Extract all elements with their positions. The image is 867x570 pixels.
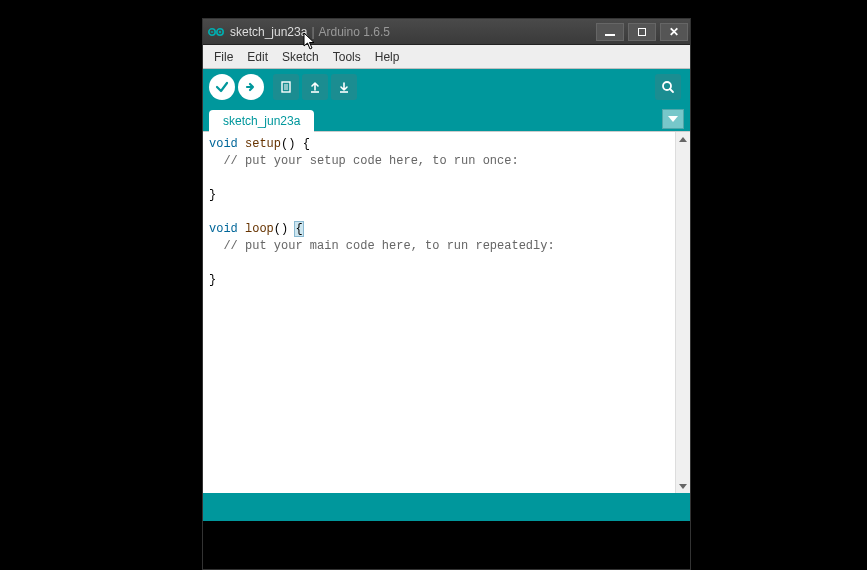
save-sketch-button[interactable] xyxy=(331,74,357,100)
verify-button[interactable] xyxy=(209,74,235,100)
keyword: void xyxy=(209,222,238,236)
vertical-scrollbar[interactable] xyxy=(675,132,690,493)
tab-menu-button[interactable] xyxy=(662,109,684,129)
code-text: } xyxy=(209,188,216,202)
arduino-logo-icon xyxy=(208,24,224,40)
title-separator: | xyxy=(311,25,314,39)
comment: // put your main code here, to run repea… xyxy=(209,239,555,253)
scroll-down-icon[interactable] xyxy=(676,479,690,493)
keyword: void xyxy=(209,137,238,151)
serial-monitor-button[interactable] xyxy=(655,74,681,100)
status-bar xyxy=(203,493,690,521)
code-text: () xyxy=(274,222,296,236)
menu-file[interactable]: File xyxy=(207,48,240,66)
menubar: File Edit Sketch Tools Help xyxy=(203,45,690,69)
code-text: } xyxy=(209,273,216,287)
minimize-button[interactable] xyxy=(596,23,624,41)
code-text: () { xyxy=(281,137,310,151)
function-name: loop xyxy=(245,222,274,236)
code-editor[interactable]: void setup() { // put your setup code he… xyxy=(203,132,675,493)
upload-button[interactable] xyxy=(238,74,264,100)
function-name: setup xyxy=(245,137,281,151)
matched-brace: { xyxy=(295,222,302,236)
tab-sketch[interactable]: sketch_jun23a xyxy=(209,110,314,132)
title-sketch-name: sketch_jun23a xyxy=(230,25,307,39)
menu-edit[interactable]: Edit xyxy=(240,48,275,66)
comment: // put your setup code here, to run once… xyxy=(209,154,519,168)
scroll-up-icon[interactable] xyxy=(676,132,690,146)
close-button[interactable]: ✕ xyxy=(660,23,688,41)
new-sketch-button[interactable] xyxy=(273,74,299,100)
arduino-ide-window: sketch_jun23a | Arduino 1.6.5 ✕ File Edi… xyxy=(202,18,691,570)
titlebar[interactable]: sketch_jun23a | Arduino 1.6.5 ✕ xyxy=(203,19,690,45)
output-console[interactable] xyxy=(203,521,690,569)
tab-strip: sketch_jun23a xyxy=(203,105,690,131)
maximize-button[interactable] xyxy=(628,23,656,41)
menu-sketch[interactable]: Sketch xyxy=(275,48,326,66)
title-app-name: Arduino 1.6.5 xyxy=(319,25,390,39)
menu-tools[interactable]: Tools xyxy=(326,48,368,66)
chevron-down-icon xyxy=(668,116,678,122)
open-sketch-button[interactable] xyxy=(302,74,328,100)
svg-line-12 xyxy=(670,89,673,92)
toolbar xyxy=(203,69,690,105)
menu-help[interactable]: Help xyxy=(368,48,407,66)
editor-area: void setup() { // put your setup code he… xyxy=(203,131,690,493)
